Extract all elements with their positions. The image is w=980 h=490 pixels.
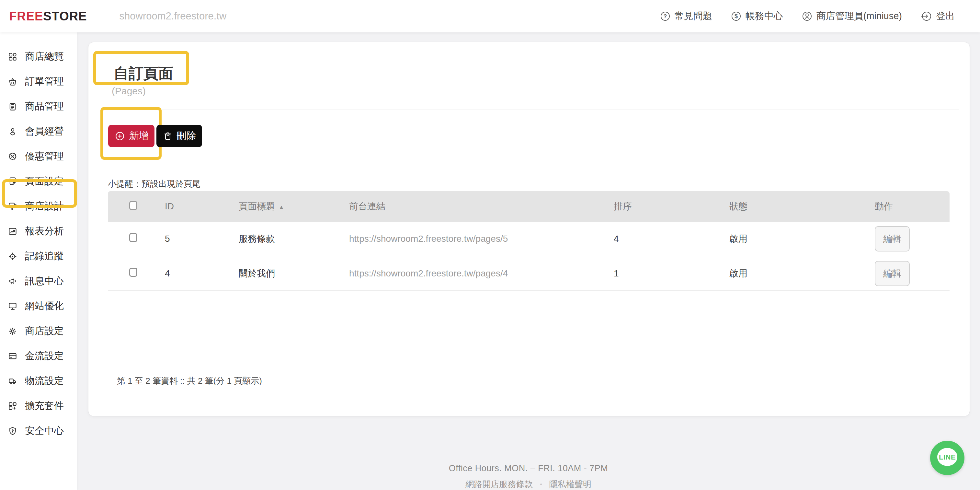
trash-icon <box>162 131 173 141</box>
sidebar-item-extensions[interactable]: 擴充套件 <box>0 393 77 418</box>
line-chat-button[interactable]: LINE <box>930 441 964 475</box>
target-icon <box>8 252 18 261</box>
logo-store: STORE <box>43 10 87 23</box>
table-row: 4 關於我們 https://showroom2.freestore.tw/pa… <box>108 256 950 291</box>
sidebar-item-label: 商店設計 <box>25 200 64 213</box>
sidebar-item-label: 網站優化 <box>25 299 64 313</box>
row-checkbox[interactable] <box>129 233 137 242</box>
header-checkbox-cell <box>108 201 165 212</box>
line-icon: LINE <box>930 441 964 475</box>
svg-text:$: $ <box>735 13 738 19</box>
grid-icon <box>8 52 18 62</box>
sidebar-item-member-management[interactable]: 會員經營 <box>0 119 77 144</box>
sidebar-item-report-analysis[interactable]: 報表分析 <box>0 219 77 244</box>
sidebar-item-product-management[interactable]: 商品管理 <box>0 94 77 119</box>
cell-page-title: 服務條款 <box>239 233 349 245</box>
header-sort: 排序 <box>614 200 729 212</box>
cell-link[interactable]: https://showroom2.freestore.tw/pages/5 <box>349 234 614 244</box>
faq-label: 常見問題 <box>675 10 712 23</box>
header-status: 狀態 <box>729 200 875 212</box>
terms-link[interactable]: 網路開店服務條款 <box>465 479 533 490</box>
table-row: 5 服務條款 https://showroom2.freestore.tw/pa… <box>108 222 950 256</box>
sidebar-item-page-settings[interactable]: 頁面設定 <box>0 169 77 194</box>
sidebar-item-store-design[interactable]: 商店設計 <box>0 194 77 219</box>
cell-link[interactable]: https://showroom2.freestore.tw/pages/4 <box>349 268 614 279</box>
sidebar-item-label: 商店設定 <box>25 324 64 338</box>
dollar-icon: $ <box>731 11 741 21</box>
user-avatar-icon <box>802 11 812 21</box>
help-icon: ? <box>660 11 670 21</box>
basket-icon <box>8 77 18 86</box>
edit-button[interactable]: 編輯 <box>875 261 910 286</box>
section-divider <box>108 110 959 110</box>
delete-button[interactable]: 刪除 <box>156 125 202 147</box>
page-icon <box>8 177 18 186</box>
freestore-logo[interactable]: FREESTORE <box>9 10 87 23</box>
sidebar-item-label: 會員經營 <box>25 125 64 138</box>
row-checkbox[interactable] <box>129 268 137 277</box>
sidebar-item-order-management[interactable]: 訂單管理 <box>0 69 77 94</box>
extensions-icon <box>8 401 18 411</box>
top-header: FREESTORE showroom2.freestore.tw ? 常見問題 … <box>0 0 980 32</box>
account-menu-item[interactable]: 商店管理員(miniuse) <box>802 10 902 23</box>
logout-menu-item[interactable]: 登出 <box>921 10 955 23</box>
select-all-checkbox[interactable] <box>129 201 137 210</box>
page-footer: Office Hours. MON. – FRI. 10AM - 7PM 網路開… <box>77 463 980 490</box>
sidebar-item-label: 商店總覽 <box>25 50 64 63</box>
sidebar-item-promotion-management[interactable]: 優惠管理 <box>0 144 77 169</box>
billing-menu-item[interactable]: $ 帳務中心 <box>731 10 783 23</box>
cell-page-title: 關於我們 <box>239 267 349 280</box>
sidebar-item-label: 訂單管理 <box>25 75 64 88</box>
sidebar-item-record-tracking[interactable]: 記錄追蹤 <box>0 244 77 269</box>
cell-status: 啟用 <box>729 267 875 280</box>
account-label: 商店管理員(miniuse) <box>816 10 902 23</box>
sidebar-item-store-overview[interactable]: 商店總覽 <box>0 44 77 69</box>
add-button-label: 新增 <box>129 129 149 143</box>
sidebar-item-website-optimization[interactable]: 網站優化 <box>0 294 77 319</box>
cell-sort: 1 <box>614 268 729 279</box>
sidebar-item-logistics-settings[interactable]: 物流設定 <box>0 369 77 393</box>
table-header-row: ID 頁面標題▲ 前台連結 排序 狀態 動作 <box>108 191 950 222</box>
sidebar-item-label: 商品管理 <box>25 100 64 113</box>
sidebar-item-payment-settings[interactable]: 金流設定 <box>0 343 77 369</box>
app-root: FREESTORE showroom2.freestore.tw ? 常見問題 … <box>0 0 980 490</box>
shield-icon <box>8 426 18 436</box>
cell-action: 編輯 <box>875 261 950 286</box>
faq-menu-item[interactable]: ? 常見問題 <box>660 10 712 23</box>
add-button[interactable]: 新增 <box>108 125 154 147</box>
sidebar-item-message-center[interactable]: 訊息中心 <box>0 269 77 294</box>
pagination-info: 第 1 至 2 筆資料 :: 共 2 筆(分 1 頁顯示) <box>117 375 262 386</box>
privacy-link[interactable]: 隱私權聲明 <box>549 479 591 490</box>
sidebar-item-label: 訊息中心 <box>25 275 64 288</box>
svg-text:?: ? <box>663 13 667 19</box>
footer-separator: ◦ <box>540 481 542 488</box>
main-content-card: 自訂頁面 (Pages) 新增 刪除 小提醒：預設出現於頁尾 ID 頁面標題▲ … <box>88 42 970 417</box>
header-page-title[interactable]: 頁面標題▲ <box>239 200 349 212</box>
gear-icon <box>8 326 18 336</box>
sidebar-item-security-center[interactable]: 安全中心 <box>0 418 77 443</box>
sidebar-item-label: 頁面設定 <box>25 175 64 188</box>
edit-button[interactable]: 編輯 <box>875 226 910 252</box>
cell-status: 啟用 <box>729 233 875 245</box>
user-icon <box>8 127 18 136</box>
cell-action: 編輯 <box>875 226 950 252</box>
sidebar-item-label: 報表分析 <box>25 225 64 238</box>
delete-button-label: 刪除 <box>177 129 196 143</box>
plus-circle-icon <box>115 131 125 142</box>
logo-free: FREE <box>9 10 43 23</box>
hint-text: 小提醒：預設出現於頁尾 <box>108 178 200 190</box>
header-action: 動作 <box>875 200 950 212</box>
row-checkbox-cell <box>108 268 165 279</box>
sort-asc-icon[interactable]: ▲ <box>279 204 284 210</box>
truck-icon <box>8 376 18 386</box>
svg-text:LINE: LINE <box>939 453 956 461</box>
billing-label: 帳務中心 <box>746 10 783 23</box>
discount-badge-icon <box>8 152 18 161</box>
sidebar-item-store-settings[interactable]: 商店設定 <box>0 319 77 343</box>
sidebar: 商店總覽 訂單管理 商品管理 會員經營 <box>0 32 77 490</box>
paint-roller-icon <box>8 201 18 211</box>
logout-icon <box>921 11 932 21</box>
sidebar-item-label: 金流設定 <box>25 350 64 362</box>
header-link: 前台連結 <box>349 200 614 212</box>
top-nav: ? 常見問題 $ 帳務中心 <box>660 10 955 23</box>
